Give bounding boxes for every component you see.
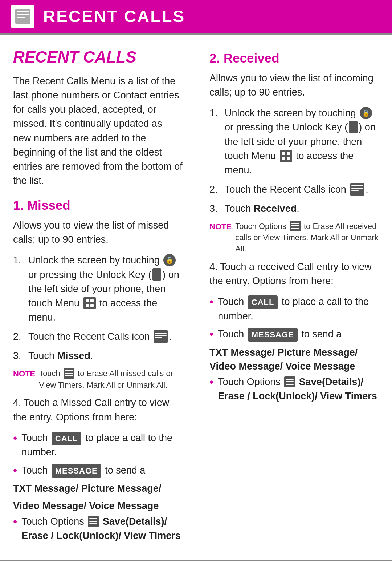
step4-missed-text: 4. Touch a Missed Call entry to view the… [13,396,183,424]
intro-text: The Recent Calls Menu is a list of the l… [13,74,183,188]
header-title: RECENT CALLS [43,7,185,26]
side-key-icon-r [349,121,358,133]
step1-missed: 1. Unlock the screen by touching 🔒 or pr… [13,253,183,325]
recent-calls-icon-r [350,183,364,196]
section2-desc: Allows you to view the list of incoming … [209,71,379,100]
svg-rect-4 [154,330,168,343]
svg-rect-25 [286,379,294,380]
note1-missed: NOTE Touch to Erase All missed calls or … [13,368,183,391]
step2-received: 2. Touch the Recent Calls icon . [209,182,379,197]
step3-missed: 3. Touch Missed. [13,349,183,363]
bullet-dot: • [13,431,17,445]
left-column: RECENT CALLS The Recent Calls Menu is a … [13,48,183,547]
svg-rect-11 [65,375,73,376]
svg-rect-22 [291,225,299,226]
svg-rect-3 [17,17,25,18]
side-key-icon [152,268,161,281]
svg-rect-19 [351,190,359,191]
bullet2-text: Touch MESSAGE to send a [21,463,183,478]
svg-rect-21 [291,223,299,224]
step1-received: 1. Unlock the screen by touching 🔒 or pr… [209,106,379,177]
bullet-dot2: • [13,463,17,477]
lock-icon: 🔒 [163,254,176,266]
page-title: RECENT CALLS [13,48,183,66]
bullet3-received: • Touch Options Save(Details)/ Erase / L… [209,375,379,403]
section1-heading: 1. Missed [13,198,183,213]
svg-rect-18 [351,188,363,189]
step1r-text: Unlock the screen by touching 🔒 or press… [225,106,379,177]
step2-num: 2. [13,330,26,344]
step2-missed: 2. Touch the Recent Calls icon . [13,330,183,344]
sub-heading2-received: TXT Message/ Picture Message/ Video Mess… [209,346,379,374]
svg-rect-23 [291,228,299,229]
bullet-dot-r3: • [209,375,213,389]
step3-received: 3. Touch Received. [209,202,379,216]
svg-rect-13 [89,518,97,519]
step3-text: Touch Missed. [28,349,183,363]
call-button-label: CALL [52,432,82,446]
menu-icon [83,297,96,309]
bullet2-received: • Touch MESSAGE to send a [209,327,379,342]
bullet3-missed: • Touch Options Save(Details)/ Erase / L… [13,515,183,543]
options-details-missed: Save(Details)/ Erase / Lock(Unlock)/ Vie… [21,516,181,541]
sub-heading2-missed: Video Message/ Voice Message [13,499,183,513]
options-details-received: Save(Details)/ Erase / Lock(Unlock)/ Vie… [218,376,377,402]
call-button-label-r: CALL [248,295,278,309]
section2-heading: 2. Received [209,51,379,65]
page-header: RECENT CALLS [0,0,392,33]
bullet1r-text: Touch CALL to place a call to the number… [218,295,379,323]
bullet-dot3: • [13,515,17,528]
section1-steps: 1. Unlock the screen by touching 🔒 or pr… [13,253,183,363]
main-content: RECENT CALLS The Recent Calls Menu is a … [0,35,392,560]
txt-picture-heading-r: TXT Message/ Picture Message/ Video Mess… [209,347,358,372]
step3r-num: 3. [209,202,222,216]
section1-bullets: • Touch CALL to place a call to the numb… [13,431,183,478]
sub-heading-missed: TXT Message/ Picture Message/ [13,482,183,496]
lock-icon-r: 🔒 [360,107,372,119]
bullet1-received: • Touch CALL to place a call to the numb… [209,295,379,323]
bullet3-text: Touch Options Save(Details)/ Erase / Loc… [21,515,183,543]
note-text-r: Touch Options to Erase All received call… [235,221,379,255]
options-icon [64,368,74,379]
svg-rect-5 [155,333,167,334]
header-icon [11,5,34,28]
svg-rect-2 [17,14,29,15]
bullet1-missed: • Touch CALL to place a call to the numb… [13,431,183,460]
svg-rect-17 [351,185,363,186]
step2r-num: 2. [209,182,222,197]
bullet3r-text: Touch Options Save(Details)/ Erase / Loc… [218,375,379,403]
bullet-dot-r1: • [209,295,213,309]
step1-num: 1. [13,253,26,267]
svg-rect-26 [286,381,294,382]
options-icon-r2 [284,376,295,387]
page-footer: 62 Dare [0,560,392,564]
bullet1-text: Touch CALL to place a call to the number… [21,431,183,460]
step3-num: 3. [13,349,26,363]
menu-icon-r [280,150,292,162]
bullet-dot-r2: • [209,327,213,341]
step1-text: Unlock the screen by touching 🔒 or press… [28,253,183,325]
bullet2r-text: Touch MESSAGE to send a [218,327,379,342]
svg-rect-7 [155,337,162,338]
received-bold: Received [254,203,297,214]
svg-rect-1 [17,11,29,12]
svg-rect-10 [65,373,73,374]
note-label-r: NOTE [209,221,232,233]
section2-bullets: • Touch CALL to place a call to the numb… [209,295,379,342]
svg-rect-9 [65,370,73,371]
note-text: Touch to Erase All missed calls or View … [39,368,183,391]
step3r-text: Touch Received. [225,202,379,216]
note-label: NOTE [13,368,35,380]
svg-rect-27 [286,384,294,385]
video-voice-heading: Video Message/ Voice Message [13,500,159,511]
right-column: 2. Received Allows you to view the list … [196,48,379,547]
section1-desc: Allows you to view the list of missed ca… [13,218,183,247]
section2-steps: 1. Unlock the screen by touching 🔒 or pr… [209,106,379,216]
svg-rect-14 [89,521,97,522]
step4-received-text: 4. Touch a received Call entry to view t… [209,260,379,288]
options-icon-r [290,221,301,231]
missed-bold: Missed [57,350,91,361]
bullet2-missed: • Touch MESSAGE to send a [13,463,183,478]
note1-received: NOTE Touch Options to Erase All received… [209,221,379,255]
step1r-num: 1. [209,106,222,120]
